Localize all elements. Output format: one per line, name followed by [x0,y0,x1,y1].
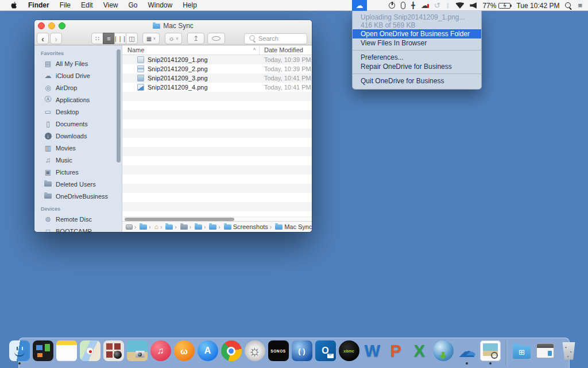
dock-iphoto[interactable] [126,340,148,368]
sidebar-item-all-my-files[interactable]: All My Files [34,57,122,69]
menu-item-go[interactable]: Go [129,1,138,9]
notification-center-icon[interactable]: ≡ [578,1,582,10]
battery-indicator[interactable]: 77% ϟ [482,2,510,10]
sidebar-item-downloads[interactable]: Downloads [34,130,122,142]
dock-minimized-window[interactable] [535,340,556,368]
repair-onedrive-item[interactable]: Repair OneDrive for Business [353,62,481,71]
action-gear-button[interactable]: ☼∨ [165,33,182,44]
trash-icon [559,340,579,361]
dock-sonos[interactable]: SONOS [268,340,289,368]
menubar-clock[interactable]: Tue 10:42 PM [516,2,559,10]
menu-item-view[interactable]: View [103,1,118,9]
dock-windows-folder[interactable]: ⊞ [511,340,533,368]
share-button[interactable]: ↥ [187,33,204,44]
apple-menu-icon[interactable] [10,1,18,9]
menu-item-finder[interactable]: Finder [28,1,49,9]
path-crumb-mac-sync[interactable]: Mac Sync [268,223,312,230]
minimize-button[interactable] [48,22,55,29]
path-crumb-home[interactable] [147,223,158,230]
sidebar-item-remote-disc[interactable]: Remote Disc [34,213,122,225]
copter-icon[interactable]: ╋ [411,2,415,9]
sidebar-item-bootcamp[interactable]: BOOTCAMP [34,225,122,232]
sidebar-item-movies[interactable]: Movies [34,142,122,154]
bluetooth-icon[interactable]: ᛒ [446,2,450,9]
horizontal-scrollbar[interactable] [122,216,312,221]
dock-system-preferences[interactable]: ☼ [244,340,266,368]
dock-photo-booth[interactable] [103,340,125,368]
dock-maps[interactable] [79,340,101,368]
dock-finder[interactable] [9,340,30,368]
dock-onedrive[interactable]: ☁☁ [456,340,478,368]
dock-word[interactable]: W [362,340,384,368]
search-field[interactable] [244,33,307,44]
tags-button[interactable] [207,33,225,44]
dock-blue-orb-app[interactable]: ( ) [291,340,313,368]
arrange-button[interactable]: ▦∨ [142,33,160,44]
column-divider [259,45,260,55]
file-row[interactable]: Snip20141209_3.png Today, 10:41 PM [122,73,312,83]
dock-xbmc[interactable]: xbmc [338,340,360,368]
quit-onedrive-item[interactable]: Quit OneDrive for Business [353,76,481,86]
title-bar[interactable]: Mac Sync [34,20,312,32]
dock-outlook[interactable]: O [315,340,336,368]
dock-ibooks[interactable]: ω [173,340,195,368]
peripheral-battery-icon[interactable] [401,2,405,9]
menu-item-help[interactable]: Help [183,1,197,9]
dock-preview[interactable] [479,340,501,368]
all-my-files-icon [44,60,52,68]
sidebar-item-music[interactable]: Music [34,154,122,166]
dock-globe-download[interactable] [432,340,454,368]
column-view-button[interactable]: ||| [114,33,126,44]
dock-itunes[interactable]: ♫ [150,340,172,368]
view-files-in-browser-item[interactable]: View Files In Browser [353,38,481,48]
zoom-button[interactable] [59,22,65,29]
back-button[interactable]: ‹ [37,33,49,44]
list-view-button[interactable]: ≡ [103,33,115,44]
file-row[interactable]: Snip20141209_1.png Today, 10:39 PM [122,55,312,64]
close-button[interactable] [38,22,45,29]
dock-chrome[interactable] [220,340,242,368]
onedrive-business-menubar-icon[interactable]: ☁ [352,0,367,11]
sidebar-item-deleted-users[interactable]: Deleted Users [34,178,122,190]
path-crumb[interactable] [202,224,216,230]
dock-app-store[interactable]: A [197,340,219,368]
column-date-modified[interactable]: Date Modified [264,47,303,53]
dock-mission-control[interactable] [32,340,54,368]
menu-item-window[interactable]: Window [148,1,173,9]
path-crumb[interactable] [173,224,187,230]
search-input[interactable] [258,35,299,42]
path-crumb[interactable] [188,224,202,230]
spotlight-search-icon[interactable] [565,2,572,9]
sidebar-item-airdrop[interactable]: AirDrop [34,82,122,94]
menu-item-file[interactable]: File [60,1,71,9]
path-crumb-screenshots[interactable]: Screenshots [216,223,268,230]
column-name[interactable]: Name [127,47,144,53]
forward-button[interactable]: › [50,33,62,44]
sidebar-item-documents[interactable]: Documents [34,118,122,130]
sidebar-item-desktop[interactable]: Desktop [34,106,122,118]
file-row[interactable]: Snip20141209_4.png Today, 10:41 PM [122,83,312,92]
sidebar-scrollbar[interactable] [117,49,121,162]
open-onedrive-folder-item[interactable]: Open OneDrive for Business Folder [353,29,481,38]
sidebar-item-icloud-drive[interactable]: iCloud Drive [34,69,122,82]
path-crumb[interactable] [133,224,147,230]
dock-powerpoint[interactable]: P [385,340,407,368]
dock-excel[interactable]: X [409,340,431,368]
file-row[interactable]: Snip20141209_2.png Today, 10:39 PM [122,64,312,73]
coverflow-view-button[interactable]: ◫ [126,33,138,44]
sidebar-item-applications[interactable]: Applications [34,94,122,106]
preferences-item[interactable]: Preferences... [353,53,481,62]
dock-trash[interactable] [558,340,580,368]
onedrive-error-icon[interactable]: ☁ [421,1,428,10]
sidebar-item-pictures[interactable]: Pictures [34,166,122,178]
sidebar-item-onedrivebusiness[interactable]: OneDriveBusiness [34,190,122,202]
dock-notes[interactable] [56,340,78,368]
menu-item-edit[interactable]: Edit [81,1,93,9]
power-circle-icon[interactable] [389,2,395,9]
icon-view-button[interactable]: ∷ [91,33,103,44]
path-crumb-drive[interactable] [126,224,133,230]
time-machine-icon[interactable]: ↺ [434,1,440,10]
wifi-icon[interactable] [455,2,464,9]
volume-icon[interactable] [470,2,477,9]
path-crumb[interactable] [158,224,173,230]
